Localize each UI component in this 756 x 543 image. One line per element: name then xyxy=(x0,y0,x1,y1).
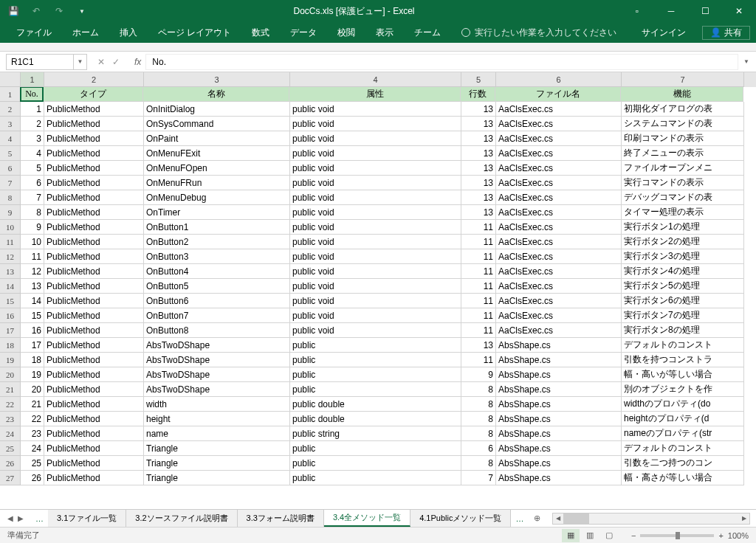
cell[interactable]: OnButton4 xyxy=(144,264,290,279)
cell[interactable]: 11 xyxy=(461,308,496,323)
tell-me[interactable]: 実行したい作業を入力してください xyxy=(451,22,627,43)
cell[interactable]: public void xyxy=(290,190,461,205)
cell[interactable]: 24 xyxy=(21,441,44,456)
cell[interactable]: ファイル名 xyxy=(495,87,621,102)
cell[interactable]: 終了メニューの表示 xyxy=(622,146,744,161)
cell[interactable]: 機能 xyxy=(621,87,743,102)
qat-dropdown-icon[interactable]: ▼ xyxy=(76,5,88,17)
normal-view-button[interactable]: ▦ xyxy=(562,529,580,542)
zoom-level[interactable]: 100% xyxy=(728,531,749,540)
zoom-slider[interactable] xyxy=(640,534,714,537)
row-header[interactable]: 9 xyxy=(0,205,21,220)
formula-input[interactable]: No. xyxy=(145,54,738,70)
cell[interactable]: 11 xyxy=(461,353,496,367)
cell[interactable]: PublicMethod xyxy=(44,456,144,471)
sheet-tab[interactable]: 3.4全メソッド一覧 xyxy=(324,510,410,527)
cell[interactable]: AbsShape.cs xyxy=(496,397,622,412)
cell[interactable]: public void xyxy=(290,205,461,220)
cell[interactable]: OnButton2 xyxy=(144,235,290,249)
zoom-out-button[interactable]: − xyxy=(631,531,636,540)
row-header[interactable]: 10 xyxy=(0,220,21,235)
cell[interactable]: AbsShape.cs xyxy=(496,367,622,382)
scroll-thumb[interactable] xyxy=(563,513,589,524)
cell[interactable]: public xyxy=(290,382,461,397)
cell[interactable]: PublicMethod xyxy=(44,220,144,235)
cell[interactable]: AaClsExec.cs xyxy=(496,205,622,220)
cell[interactable]: AaClsExec.cs xyxy=(496,117,622,131)
cell[interactable]: 8 xyxy=(461,456,496,471)
cell[interactable]: nameのプロパティ(str xyxy=(622,426,744,441)
cell[interactable]: 13 xyxy=(461,205,496,220)
row-header[interactable]: 15 xyxy=(0,294,21,308)
page-layout-button[interactable]: ▥ xyxy=(581,529,599,542)
cell[interactable]: 初期化ダイアログの表 xyxy=(622,102,744,117)
row-header[interactable]: 23 xyxy=(0,412,21,426)
ribbon-tab[interactable]: ホーム xyxy=(62,22,109,43)
cell[interactable]: 別のオブジェクトを作 xyxy=(622,382,744,397)
signin-button[interactable]: サインイン xyxy=(631,27,696,39)
cell[interactable]: AbsShape.cs xyxy=(496,353,622,367)
sheet-tab[interactable]: 3.2ソースファイル説明書 xyxy=(126,510,237,527)
cell[interactable]: PublicMethod xyxy=(44,471,144,485)
cell[interactable]: デフォルトのコンスト xyxy=(622,338,744,353)
cell[interactable]: 8 xyxy=(21,205,44,220)
cell[interactable]: PublicMethod xyxy=(44,323,144,338)
cell[interactable]: 10 xyxy=(21,235,44,249)
cell[interactable]: AbsShape.cs xyxy=(496,426,622,441)
cell[interactable]: PublicMethod xyxy=(44,161,144,176)
cell[interactable]: 7 xyxy=(21,190,44,205)
cell[interactable]: 9 xyxy=(461,367,496,382)
cell[interactable]: AaClsExec.cs xyxy=(496,190,622,205)
cell[interactable]: public void xyxy=(290,235,461,249)
cell[interactable]: 16 xyxy=(21,323,44,338)
scroll-right-icon[interactable]: ▶ xyxy=(739,513,749,524)
cell[interactable]: AaClsExec.cs xyxy=(496,249,622,264)
cell[interactable]: 13 xyxy=(461,102,496,117)
cell[interactable]: PublicMethod xyxy=(44,382,144,397)
cell[interactable]: 行数 xyxy=(461,87,495,102)
cell[interactable]: タイプ xyxy=(44,87,143,102)
cell[interactable]: AaClsExec.cs xyxy=(496,323,622,338)
cell[interactable]: 4 xyxy=(21,146,44,161)
cell[interactable]: 18 xyxy=(21,353,44,367)
horizontal-scrollbar[interactable]: ◀ ▶ xyxy=(546,513,756,525)
cell[interactable]: name xyxy=(144,426,290,441)
close-button[interactable]: ✕ xyxy=(722,0,756,22)
cell[interactable]: デバッグコマンドの表 xyxy=(622,190,744,205)
cell[interactable]: public void xyxy=(290,176,461,190)
row-header[interactable]: 27 xyxy=(0,471,21,485)
row-header[interactable]: 16 xyxy=(0,308,21,323)
cell[interactable]: 8 xyxy=(461,426,496,441)
cell[interactable]: OnButton5 xyxy=(144,279,290,294)
cell[interactable]: PublicMethod xyxy=(44,441,144,456)
tab-prev-icon[interactable]: ◀ xyxy=(7,514,13,522)
cell[interactable]: 20 xyxy=(21,382,44,397)
cell[interactable]: 11 xyxy=(461,279,496,294)
cell[interactable]: PublicMethod xyxy=(44,190,144,205)
cell[interactable]: 11 xyxy=(461,323,496,338)
ribbon-tab[interactable]: 校閲 xyxy=(327,22,365,43)
cell[interactable]: 11 xyxy=(461,294,496,308)
cell[interactable]: PublicMethod xyxy=(44,205,144,220)
cell[interactable]: AaClsExec.cs xyxy=(496,102,622,117)
cell[interactable]: 11 xyxy=(461,220,496,235)
cell[interactable]: public void xyxy=(290,279,461,294)
cell[interactable]: PublicMethod xyxy=(44,308,144,323)
cell[interactable]: 13 xyxy=(461,161,496,176)
zoom-in-button[interactable]: + xyxy=(718,531,723,540)
cell[interactable]: OnButton6 xyxy=(144,294,290,308)
row-header[interactable]: 5 xyxy=(0,146,21,161)
cell[interactable]: AbsShape.cs xyxy=(496,412,622,426)
cell[interactable]: public void xyxy=(290,146,461,161)
cell[interactable]: 15 xyxy=(21,308,44,323)
cell[interactable]: AbsShape.cs xyxy=(496,382,622,397)
cell[interactable]: PublicMethod xyxy=(44,264,144,279)
cell[interactable]: 実行ボタン5の処理 xyxy=(622,279,744,294)
cell[interactable]: 11 xyxy=(461,249,496,264)
cell[interactable]: AaClsExec.cs xyxy=(496,279,622,294)
cell[interactable]: 26 xyxy=(21,471,44,485)
cell[interactable]: 引数を持つコンストラ xyxy=(622,353,744,367)
scroll-left-icon[interactable]: ◀ xyxy=(553,513,563,524)
cell[interactable]: 12 xyxy=(21,264,44,279)
cell[interactable]: OnButton3 xyxy=(144,249,290,264)
